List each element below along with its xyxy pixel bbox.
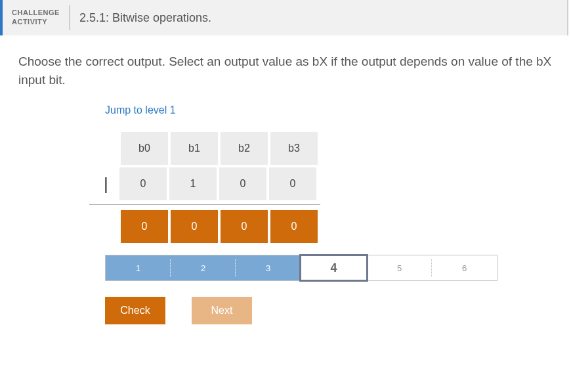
activity-title: 2.5.1: Bitwise operations. xyxy=(70,0,221,35)
check-button[interactable]: Check xyxy=(105,297,165,324)
activity-type-line2: ACTIVITY xyxy=(12,18,60,27)
level-step[interactable]: 6 xyxy=(432,255,497,280)
output-bit[interactable]: 0 xyxy=(121,210,168,243)
activity-type-line1: CHALLENGE xyxy=(12,9,60,18)
jump-to-level-link[interactable]: Jump to level 1 xyxy=(105,104,176,116)
header-right-notch xyxy=(567,0,571,35)
level-step[interactable]: 3 xyxy=(236,255,301,280)
bit-header: b1 xyxy=(171,132,218,165)
level-step[interactable]: 1 xyxy=(106,255,171,280)
bit-header: b2 xyxy=(221,132,268,165)
bit-operand: 0 xyxy=(119,167,167,200)
output-bit[interactable]: 0 xyxy=(270,210,318,243)
activity-type-label: CHALLENGE ACTIVITY xyxy=(3,0,69,35)
level-step[interactable]: 2 xyxy=(171,255,236,280)
bit-header: b3 xyxy=(270,132,318,165)
bit-operand: 0 xyxy=(269,167,316,200)
next-button[interactable]: Next xyxy=(192,297,252,324)
bit-header: b0 xyxy=(121,132,168,165)
output-bit[interactable]: 0 xyxy=(221,210,268,243)
bitwise-operator: | xyxy=(104,167,121,200)
challenge-header: CHALLENGE ACTIVITY 2.5.1: Bitwise operat… xyxy=(0,0,571,35)
bits-grid: b0 b1 b2 b3 | 0 1 0 0 0 0 0 0 xyxy=(104,132,571,243)
level-step[interactable]: 5 xyxy=(367,255,432,280)
output-bit[interactable]: 0 xyxy=(171,210,218,243)
bit-operand: 1 xyxy=(169,167,217,200)
level-progress-bar: 1 2 3 4 5 6 xyxy=(105,255,497,281)
bit-operand: 0 xyxy=(219,167,266,200)
level-step-current[interactable]: 4 xyxy=(299,254,368,282)
operation-divider xyxy=(89,204,320,205)
instruction-text: Choose the correct output. Select an out… xyxy=(0,35,571,89)
